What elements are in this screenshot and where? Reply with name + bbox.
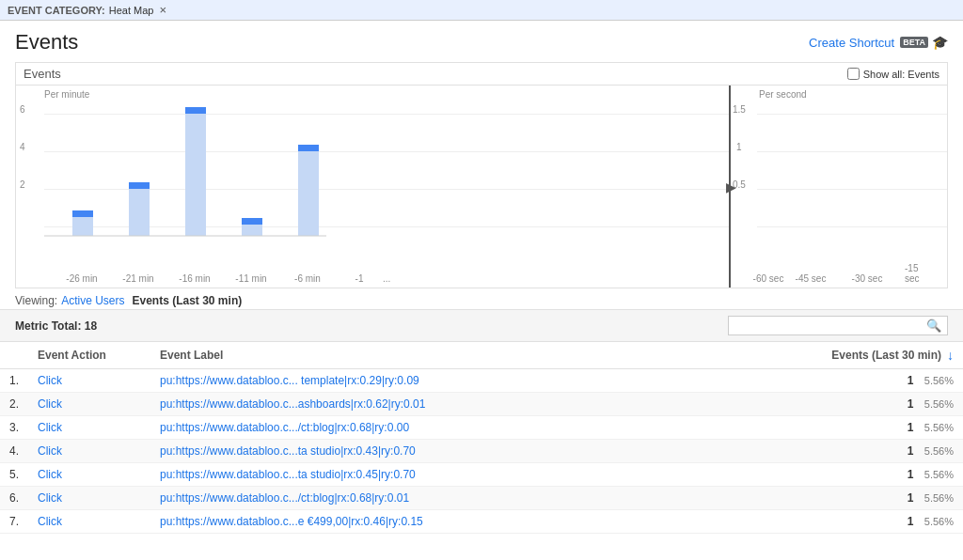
metric-bar: Metric Total: 18 🔍: [0, 309, 963, 342]
label-link-1[interactable]: pu:https://www.databloo.c...ashboards|rx…: [160, 397, 425, 411]
sort-arrow-icon[interactable]: ↓: [947, 348, 954, 363]
events-last30-label: Events (Last 30 min): [133, 294, 243, 307]
events-count-3: 1: [908, 444, 914, 458]
cell-action-5: Click: [28, 487, 150, 510]
x-label-11: -11 min: [235, 273, 266, 284]
svg-rect-3: [129, 182, 150, 189]
right-grid-1: [757, 114, 947, 115]
cell-events-1: 1 5.56%: [794, 393, 963, 416]
filter-close-button[interactable]: ×: [159, 4, 166, 16]
label-link-4[interactable]: pu:https://www.databloo.c...ta studio|rx…: [160, 468, 416, 481]
search-icon[interactable]: 🔍: [926, 319, 941, 333]
cell-num-2: 3.: [0, 416, 28, 440]
svg-rect-5: [185, 107, 206, 114]
chart-right-arrow[interactable]: ▶: [726, 179, 736, 194]
cell-num-1: 2.: [0, 393, 28, 416]
per-minute-label: Per minute: [44, 89, 89, 100]
cell-label-6: pu:https://www.databloo.c...e €499,00|rx…: [150, 510, 794, 534]
x-label-6: -6 min: [294, 273, 321, 284]
x-right-30: -30 sec: [852, 273, 883, 284]
metric-value: 18: [85, 319, 97, 333]
table-row: 2. Click pu:https://www.databloo.c...ash…: [0, 393, 963, 416]
show-all-text: Show all: Events: [863, 69, 939, 80]
metric-label: Metric Total:: [15, 319, 81, 333]
label-link-0[interactable]: pu:https://www.databloo.c... template|rx…: [160, 374, 419, 387]
events-count-1: 1: [908, 397, 914, 411]
right-grid-3: [757, 189, 947, 190]
events-pct-1: 5.56%: [924, 398, 954, 410]
events-pct-0: 5.56%: [924, 375, 954, 386]
page-title: Events: [15, 30, 78, 54]
page-header: Events Create Shortcut BETA 🎓: [0, 21, 963, 58]
table-row: 7. Click pu:https://www.databloo.c...e €…: [0, 510, 963, 534]
filter-label: EVENT CATEGORY:: [8, 5, 105, 16]
chart-left: Per minute 6 4 2: [16, 86, 731, 288]
x-right-60: -60 sec: [753, 273, 784, 284]
viewing-label: Viewing:: [15, 294, 57, 307]
cell-num-0: 1.: [0, 369, 28, 393]
left-chart-svg: [44, 104, 326, 245]
label-link-6[interactable]: pu:https://www.databloo.c...e €499,00|rx…: [160, 515, 423, 528]
beta-badge: BETA: [900, 37, 928, 48]
chart-container: Events Show all: Events Per minute 6 4 2: [15, 62, 948, 288]
y-label-2: 2: [20, 179, 25, 190]
events-pct-2: 5.56%: [924, 422, 954, 433]
chart-right: Per second 1.5 1 0.5 -60 sec -45 sec -30…: [731, 86, 947, 288]
label-link-2[interactable]: pu:https://www.databloo.c.../ct:blog|rx:…: [160, 421, 409, 434]
metric-total: Metric Total: 18: [15, 319, 97, 333]
action-link-4[interactable]: Click: [38, 468, 62, 481]
events-pct-3: 5.56%: [924, 445, 954, 457]
filter-bar: EVENT CATEGORY: Heat Map ×: [0, 0, 963, 21]
label-link-3[interactable]: pu:https://www.databloo.c...ta studio|rx…: [160, 444, 416, 458]
show-all-label[interactable]: Show all: Events: [847, 68, 939, 80]
events-count-0: 1: [908, 374, 914, 387]
events-count-4: 1: [908, 468, 914, 481]
th-events-label: Events (Last 30 min): [831, 349, 941, 362]
x-label-16: -16 min: [179, 273, 210, 284]
cell-num-3: 4.: [0, 440, 28, 463]
svg-rect-7: [242, 218, 262, 225]
search-input[interactable]: [734, 319, 923, 333]
cell-label-1: pu:https://www.databloo.c...ashboards|rx…: [150, 393, 794, 416]
y-label-4: 4: [20, 142, 25, 152]
create-shortcut-button[interactable]: Create Shortcut BETA: [809, 36, 928, 50]
x-right-15: -15 sec: [905, 263, 933, 284]
table-row: 5. Click pu:https://www.databloo.c...ta …: [0, 463, 963, 487]
x-label-26: -26 min: [66, 273, 97, 284]
events-count-6: 1: [908, 515, 914, 528]
chart-body: Per minute 6 4 2: [16, 86, 947, 288]
svg-rect-2: [129, 189, 150, 236]
action-link-6[interactable]: Click: [38, 515, 62, 528]
viewing-bar: Viewing: Active Users Events (Last 30 mi…: [0, 288, 963, 309]
y-label-6: 6: [20, 104, 25, 115]
y-right-1.5: 1.5: [733, 104, 746, 115]
action-link-1[interactable]: Click: [38, 397, 62, 411]
show-all-checkbox[interactable]: [847, 68, 860, 80]
x-label-dots: ...: [383, 273, 390, 284]
label-link-5[interactable]: pu:https://www.databloo.c.../ct:blog|rx:…: [160, 491, 409, 505]
action-link-0[interactable]: Click: [38, 374, 62, 387]
svg-rect-8: [298, 151, 319, 236]
y-right-1: 1: [736, 142, 742, 152]
cell-label-4: pu:https://www.databloo.c...ta studio|rx…: [150, 463, 794, 487]
cell-events-6: 1 5.56%: [794, 510, 963, 534]
th-action: Event Action: [28, 342, 150, 369]
right-grid-2: [757, 151, 947, 152]
cell-action-4: Click: [28, 463, 150, 487]
action-link-3[interactable]: Click: [38, 444, 62, 458]
x-label-1: -1: [355, 273, 364, 284]
chart-title: Events: [24, 67, 61, 81]
action-link-2[interactable]: Click: [38, 421, 62, 434]
active-users-link[interactable]: Active Users: [61, 294, 124, 307]
search-box[interactable]: 🔍: [728, 316, 948, 335]
svg-rect-9: [298, 145, 319, 151]
th-label: Event Label: [150, 342, 794, 369]
cell-events-2: 1 5.56%: [794, 416, 963, 440]
chart-section: Events Show all: Events Per minute 6 4 2: [0, 58, 963, 288]
cell-num-6: 7.: [0, 510, 28, 534]
action-link-5[interactable]: Click: [38, 491, 62, 505]
per-second-label: Per second: [759, 89, 807, 100]
cell-action-2: Click: [28, 416, 150, 440]
cell-events-5: 1 5.56%: [794, 487, 963, 510]
cell-label-0: pu:https://www.databloo.c... template|rx…: [150, 369, 794, 393]
